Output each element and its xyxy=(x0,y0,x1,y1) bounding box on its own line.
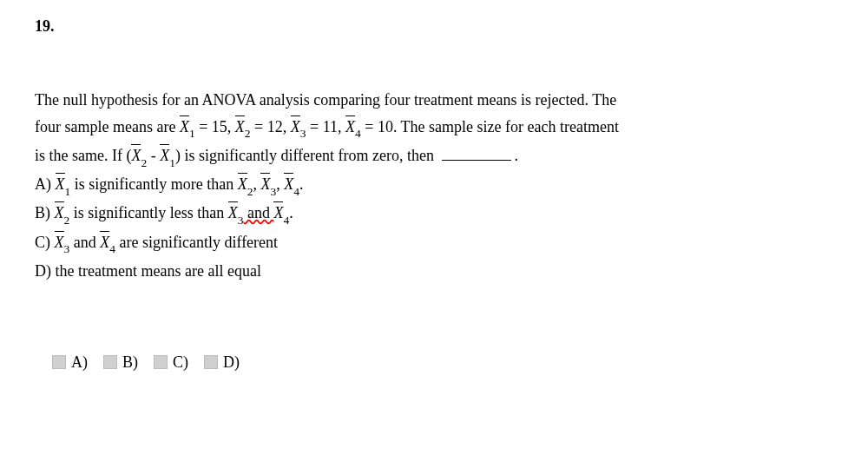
optC-xbar-4: X xyxy=(100,230,109,255)
question-number: 19. xyxy=(35,17,833,36)
optA-xbar-4: X xyxy=(284,172,293,197)
answer-a[interactable]: A) xyxy=(52,353,88,372)
option-a: A) X1 is significantly more than X2, X3,… xyxy=(35,172,833,199)
optB-xbar-2: X xyxy=(55,201,64,226)
answer-label-a: A) xyxy=(71,353,88,372)
answer-c[interactable]: C) xyxy=(154,353,188,372)
answer-label-c: C) xyxy=(173,353,188,372)
optA-xbar-2: X xyxy=(238,172,247,197)
optA-xbar-1: X xyxy=(56,172,65,197)
xbar-1: X xyxy=(180,115,189,140)
option-d: D) the treatment means are all equal xyxy=(35,259,833,284)
xbar-4: X xyxy=(345,115,355,140)
optC-xbar-3: X xyxy=(55,230,64,255)
checkbox-a[interactable] xyxy=(52,355,66,369)
optB-and-wavy: and xyxy=(243,204,273,221)
answer-label-d: D) xyxy=(223,353,240,372)
optA-xbar-3: X xyxy=(260,172,270,197)
question-body: The null hypothesis for an ANOVA analysi… xyxy=(35,88,833,284)
answer-label-b: B) xyxy=(122,353,138,372)
answer-b[interactable]: B) xyxy=(103,353,138,372)
xbar-3: X xyxy=(291,115,300,140)
checkbox-b[interactable] xyxy=(103,355,117,369)
optB-xbar-4: X xyxy=(273,201,283,226)
checkbox-c[interactable] xyxy=(154,355,168,369)
answer-d[interactable]: D) xyxy=(204,353,240,372)
question-line-2: four sample means are X1 = 15, X2 = 12, … xyxy=(35,115,833,142)
checkbox-d[interactable] xyxy=(204,355,218,369)
optB-xbar-3: X xyxy=(228,201,238,226)
xbar-2: X xyxy=(235,115,245,140)
xbar-diff-2: X xyxy=(131,143,141,168)
question-line-1: The null hypothesis for an ANOVA analysi… xyxy=(35,88,833,113)
xbar-diff-1: X xyxy=(160,143,169,168)
question-line-3: is the same. If (X2 - X1) is significant… xyxy=(35,143,833,170)
option-b: B) X2 is significantly less than X3 and … xyxy=(35,201,833,228)
answer-row: A) B) C) D) xyxy=(35,353,833,372)
blank-line xyxy=(442,160,511,161)
option-c: C) X3 and X4 are significantly different xyxy=(35,230,833,257)
